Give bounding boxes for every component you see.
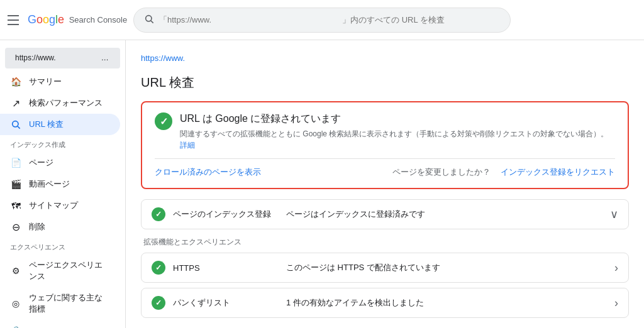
url-bar: https://www. xyxy=(141,50,629,67)
sidebar-item-label: ページエクスペリエンス xyxy=(29,260,110,282)
https-info-row[interactable]: HTTPS このページは HTTPS で配信されています › xyxy=(141,253,629,283)
sidebar-item-pages[interactable]: 📄 ページ xyxy=(0,152,120,173)
breadcrumbs-info-row[interactable]: パンくずリスト 1 件の有効なアイテムを検出しました › xyxy=(141,288,629,318)
sidebar-item-sitemap[interactable]: 🗺 サイトマップ xyxy=(0,195,120,216)
topbar: Google Search Console xyxy=(0,0,644,40)
extensions-section-label: 拡張機能とエクスペリエンス xyxy=(141,237,629,248)
page-exp-icon: ⚙ xyxy=(10,265,21,276)
sidebar-item-label: サイトマップ xyxy=(29,200,78,211)
sidebar-item-removal[interactable]: ⊖ 削除 xyxy=(0,216,120,238)
https-sidebar-icon: 🔒 xyxy=(10,325,21,328)
sidebar-section-experience: エクスペリエンス xyxy=(0,238,125,254)
index-registration-value: ページはインデックスに登録済みです xyxy=(286,209,610,220)
sidebar-item-label: 削除 xyxy=(29,221,45,232)
breadcrumbs-row-value: 1 件の有効なアイテムを検出しました xyxy=(286,297,614,309)
performance-icon: ↗ xyxy=(10,97,21,109)
sidebar-item-label: 動画ページ xyxy=(29,178,70,190)
https-check-icon xyxy=(152,261,165,275)
breadcrumbs-row-label: パンくずリスト xyxy=(173,297,286,309)
home-icon: 🏠 xyxy=(10,76,21,87)
sidebar-item-label: HTTPS xyxy=(29,326,56,329)
status-check-icon xyxy=(155,112,172,130)
removal-icon: ⊖ xyxy=(10,221,21,232)
page-changed-label: ページを変更しましたか？ xyxy=(392,167,491,178)
page-title: URL 検査 xyxy=(141,74,629,91)
pages-icon: 📄 xyxy=(10,157,21,168)
https-row-label: HTTPS xyxy=(173,263,286,273)
main-content: https://www. URL 検査 URL は Google に登録されてい… xyxy=(126,40,644,328)
index-registration-label: ページのインデックス登録 xyxy=(173,209,286,220)
sidebar-item-label: URL 検査 xyxy=(29,119,64,130)
sidebar-item-core-web-vitals[interactable]: ◎ ウェブに関する主な指標 xyxy=(0,287,120,320)
svg-point-2 xyxy=(13,121,18,127)
menu-icon[interactable] xyxy=(8,13,23,28)
breadcrumbs-check-icon xyxy=(152,296,165,310)
request-index-button[interactable]: インデックス登録をリクエスト xyxy=(501,167,615,178)
status-desc: 関連するすべての拡張機能とともに Google 検索結果に表示されます（手動によ… xyxy=(180,128,615,151)
status-card-actions: クロール済みのページを表示 ページを変更しましたか？ インデックス登録をリクエス… xyxy=(155,158,615,178)
search-input[interactable] xyxy=(159,15,500,25)
url-inspect-icon xyxy=(10,119,21,130)
breadcrumbs-chevron-icon: › xyxy=(614,297,618,310)
https-chevron-icon: › xyxy=(614,261,618,275)
sidebar-item-label: サマリー xyxy=(29,76,62,87)
status-card-header: URL は Google に登録されています 関連するすべての拡張機能とともに … xyxy=(155,112,615,151)
layout: https://www. 🏠 サマリー ↗ 検索パフォーマンス URL 検査 イ… xyxy=(0,40,644,328)
sidebar-item-label: ウェブに関する主な指標 xyxy=(29,292,110,315)
video-icon: 🎬 xyxy=(10,178,21,190)
status-text-block: URL は Google に登録されています 関連するすべての拡張機能とともに … xyxy=(180,112,615,151)
sidebar-property: https://www. xyxy=(5,48,120,68)
status-title: URL は Google に登録されています xyxy=(180,112,615,126)
sidebar-item-label: 検索パフォーマンス xyxy=(29,97,103,109)
status-action-right: ページを変更しましたか？ インデックス登録をリクエスト xyxy=(392,167,615,178)
sidebar-item-label: ページ xyxy=(29,157,53,168)
index-registration-row[interactable]: ページのインデックス登録 ページはインデックスに登録済みです ∨ xyxy=(141,199,629,229)
crawled-page-button[interactable]: クロール済みのページを表示 xyxy=(155,167,261,178)
sidebar-item-url-inspection[interactable]: URL 検査 xyxy=(0,114,120,135)
sidebar-item-page-experience[interactable]: ⚙ ページエクスペリエンス xyxy=(0,254,120,287)
svg-point-0 xyxy=(146,16,152,21)
index-check-icon xyxy=(152,207,165,221)
status-card: URL は Google に登録されています 関連するすべての拡張機能とともに … xyxy=(141,101,629,189)
sidebar-item-video-pages[interactable]: 🎬 動画ページ xyxy=(0,173,120,195)
app-title: Search Console xyxy=(69,15,128,25)
sidebar-item-https[interactable]: 🔒 HTTPS xyxy=(0,320,120,328)
sidebar-item-summary[interactable]: 🏠 サマリー xyxy=(0,71,120,92)
search-bar[interactable] xyxy=(133,8,511,33)
search-icon xyxy=(144,14,154,26)
topbar-left: Google Search Console xyxy=(8,13,133,28)
sidebar-item-performance[interactable]: ↗ 検索パフォーマンス xyxy=(0,92,120,114)
core-vitals-icon: ◎ xyxy=(10,298,21,309)
svg-line-1 xyxy=(151,21,153,23)
sidebar-section-index: インデックス作成 xyxy=(0,135,125,152)
https-row-value: このページは HTTPS で配信されています xyxy=(286,262,614,273)
google-logo: Google xyxy=(28,13,64,26)
svg-line-3 xyxy=(18,126,20,129)
status-desc-link[interactable]: 詳細 xyxy=(180,141,195,150)
sidebar: https://www. 🏠 サマリー ↗ 検索パフォーマンス URL 検査 イ… xyxy=(0,40,126,328)
index-chevron-icon: ∨ xyxy=(610,207,618,221)
sitemap-icon: 🗺 xyxy=(10,200,21,211)
